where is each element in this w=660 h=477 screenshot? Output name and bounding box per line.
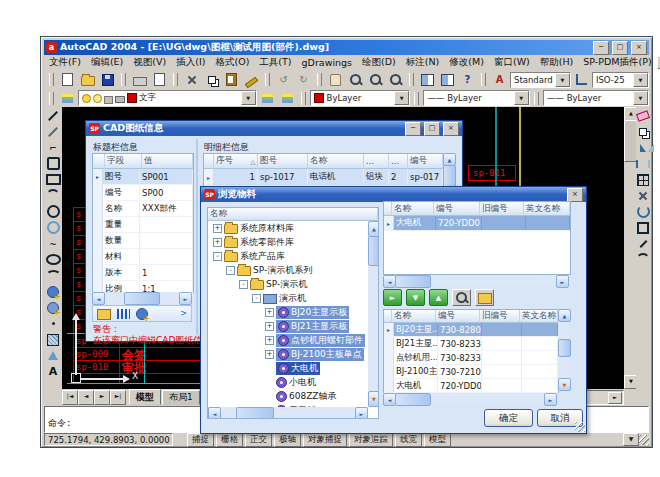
menu-file[interactable]: 文件(F) [44,56,86,69]
maximize-button[interactable]: □ [612,41,628,55]
prev-tab-button[interactable]: ◄ [78,390,94,405]
scroll-down-icon[interactable]: ▼ [558,378,571,391]
chevron-down-icon[interactable]: ▼ [514,91,529,105]
toggle-model[interactable]: 模型 [424,433,451,447]
ok-button[interactable]: 确定 [484,409,533,427]
code-header[interactable]: 编号 [436,310,480,323]
collapse-icon[interactable]: - [252,294,261,303]
fields-hscrollbar[interactable]: ◄ ► [92,292,192,303]
array-button[interactable] [636,172,650,187]
edit-form-button[interactable] [97,309,111,320]
dim-style-combo[interactable]: ISO-25 ▼ [592,72,649,88]
table-row[interactable]: 大电机 720-YDD0... [384,379,558,393]
toolbar-overflow-icon[interactable]: > [180,309,187,318]
old-code-header[interactable]: 旧编号 [480,310,520,323]
zoom-realtime-button[interactable] [346,72,365,88]
collapse-icon[interactable]: - [213,252,222,261]
value-header[interactable]: 值 [142,154,193,169]
table-row[interactable]: BJ21主显... 730-8233... [384,337,558,351]
make-block-button[interactable] [45,300,62,315]
name-header[interactable]: 名称 [392,202,434,216]
zoom-window-button[interactable] [366,72,385,88]
tree-item-demo-machine[interactable]: - 演示机 [208,291,378,305]
spline-button[interactable]: ~ [45,236,62,251]
table-row[interactable]: 点钞机用... 730-8233... [384,351,558,365]
add-part-button[interactable] [136,308,148,320]
drawing-no-header[interactable]: 图号 [258,154,308,169]
redo-button[interactable]: ↻ [294,72,313,88]
insert-block-button[interactable] [45,284,62,299]
barcode-button[interactable] [117,309,130,319]
table-row[interactable]: 编号 SP00 [93,185,193,201]
last-tab-button[interactable]: ►| [110,390,126,405]
window-titlebar[interactable]: a AutoCAD 2004 - [E:\UG\dwg\图框\测试用图(部件).… [44,40,649,55]
scroll-right-icon[interactable]: ► [179,292,192,305]
scroll-left-icon[interactable]: ◄ [208,407,221,419]
rectangle-button[interactable] [45,172,62,187]
scroll-right-icon[interactable]: ► [544,393,557,406]
browse-close-button[interactable]: × [567,188,583,202]
undo-button[interactable]: ↺ [274,72,293,88]
open-button[interactable] [78,72,97,88]
lineweight-combo[interactable]: —— ByLayer ▼ [543,90,649,106]
menu-insert[interactable]: 插入(I) [171,56,210,69]
chevron-down-icon[interactable]: ▼ [394,91,409,105]
layer-combo[interactable]: 文字 ▼ [78,90,257,106]
ellipse-button[interactable] [45,252,62,267]
name-header[interactable]: 名称 [308,154,364,169]
multiline-text-button[interactable]: A [45,364,62,379]
top-table-hscrollbar[interactable]: ◄ ► [383,275,569,286]
match-properties-button[interactable] [242,72,261,88]
move-down-button[interactable]: ▼ [406,289,425,306]
scale-button[interactable] [636,220,650,235]
cad-info-minimize-button[interactable]: ─ [405,122,421,136]
copy-button[interactable] [202,72,221,88]
pane-splitter[interactable] [196,139,198,335]
menu-edrawings[interactable]: gDrawings [297,57,357,68]
first-tab-button[interactable]: |◄ [62,390,78,405]
chevron-down-icon[interactable]: ▼ [633,73,648,87]
construction-line-button[interactable] [45,124,62,139]
tree-item-sp-demo[interactable]: - SP-演示机 [208,277,378,291]
table-row[interactable]: 材料 [93,249,193,265]
menu-modify[interactable]: 修改(M) [444,56,489,69]
minimize-button[interactable]: ─ [593,41,609,55]
tree-item-big-motor[interactable]: 大电机 [208,361,378,375]
table-row[interactable]: 版本 1 [93,265,193,281]
table-row[interactable]: 数量 [93,233,193,249]
resize-grip[interactable] [639,435,649,445]
scroll-right-icon[interactable]: ► [556,275,569,288]
table-row[interactable]: ▸ BJ20主显... 730-8280... [384,323,558,337]
zoom-previous-button[interactable] [386,72,405,88]
toggle-lineweight[interactable]: 线宽 [395,433,422,447]
revision-cloud-button[interactable] [45,220,62,235]
add-selected-button[interactable]: ► [383,289,402,306]
ellipse-arc-button[interactable] [45,268,62,283]
toggle-ortho[interactable]: 正交 [245,433,272,447]
menu-edit[interactable]: 编辑(E) [86,56,128,69]
scroll-right-icon[interactable]: ► [608,392,622,404]
name-header[interactable]: 名称 [392,310,436,323]
scroll-thumb[interactable] [368,236,379,266]
chevron-down-icon[interactable]: ▼ [555,73,570,87]
menu-window[interactable]: 窗口(W) [489,56,535,69]
toggle-otrack[interactable]: 对象追踪 [349,433,393,447]
hatch-button[interactable] [45,332,62,347]
tree-item-bearing[interactable]: 608ZZ轴承 [208,389,378,403]
collapse-icon[interactable]: - [239,280,248,289]
tree-item-screw-part[interactable]: + 点钞机用螺钉部件 [208,333,378,347]
menu-sp-pdm-plugin[interactable]: SP-PDM插件(P) [578,56,656,69]
expand-icon[interactable]: + [213,238,222,247]
tree-item-bj2100-board[interactable]: + BJ-2100主板单点 [208,347,378,361]
toolbar-grip[interactable] [49,73,54,86]
line-button[interactable] [45,108,62,123]
col4-header[interactable]: ... [364,154,389,169]
tree-hscrollbar[interactable]: ◄ ► [208,407,368,418]
rotate-button[interactable] [636,204,650,219]
point-button[interactable] [45,316,62,331]
region-button[interactable] [45,348,62,363]
col5-header[interactable]: ... [389,154,408,169]
scroll-left-icon[interactable]: ◄ [92,292,105,305]
move-up-button[interactable]: ▲ [429,289,448,306]
search-button[interactable] [452,289,471,306]
